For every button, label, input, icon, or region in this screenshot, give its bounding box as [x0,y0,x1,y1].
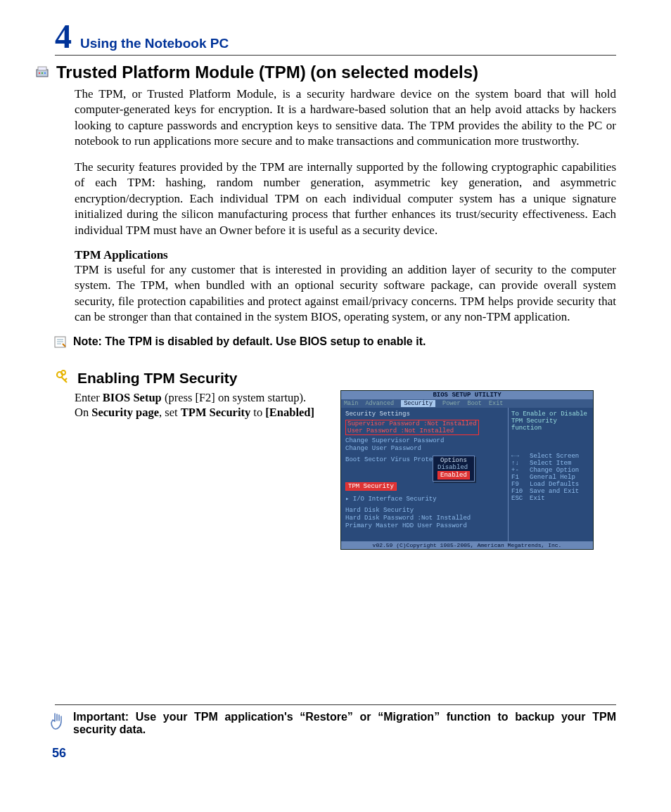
bios-tpm-security: TPM Security [345,482,397,491]
bios-row: ▸ I/O Interface Security [345,495,504,503]
bios-row: Boot Sector Virus Protection [345,456,504,463]
tpm-icon [35,65,51,79]
bios-title: BIOS SETUP UTILITY [341,391,593,399]
bios-row: Change User Password [345,445,504,452]
svg-point-3 [41,72,43,74]
tpm-applications-heading: TPM Applications [75,248,616,262]
important-text: Important: Use your TPM application's “R… [73,711,616,736]
section-title: Trusted Platform Module (TPM) (on select… [56,63,478,82]
svg-rect-1 [38,67,46,70]
bios-row: Hard Disk Security [345,507,504,514]
chapter-header: 4 Using the Notebook PC [55,20,616,56]
bios-footer: v02.59 (C)Copyright 1985-2005, American … [341,541,593,549]
keys-icon [55,369,72,387]
page-number: 56 [52,746,616,761]
bios-tab: Power [442,400,461,407]
bios-tab: Main [344,400,358,407]
bios-option-enabled: Enabled [437,471,470,479]
bios-options-popup: Options Disabled Enabled [433,456,475,482]
bios-supervisor-row: Supervisor Password :Not Installed User … [345,420,479,435]
enabling-instructions: Enter BIOS Setup (press [F2] on system s… [75,390,328,420]
bios-tab-active: Security [401,400,435,407]
note-icon [53,335,68,352]
bios-settings-header: Security Settings [345,411,504,418]
bios-screenshot: BIOS SETUP UTILITY Main Advanced Securit… [340,390,594,550]
hand-icon [48,711,66,735]
bios-row: Change Supervisor Password [345,437,504,444]
bios-tab: Boot [468,400,482,407]
chapter-number: 4 [55,20,72,53]
bios-key-legend: ←→Select Screen ↑↓Select Item +-Change O… [511,453,590,502]
enabling-heading: Enabling TPM Security [77,370,238,387]
paragraph-3: TPM is useful for any customer that is i… [75,262,616,326]
svg-point-2 [39,72,40,74]
chapter-title: Using the Notebook PC [80,36,229,51]
bios-help-text: To Enable or Disable TPM Security functi… [511,411,590,432]
paragraph-2: The security features provided by the TP… [75,160,616,238]
divider [55,704,616,705]
bios-tab: Exit [489,400,503,407]
svg-point-4 [44,72,46,74]
bios-row: Hard Disk Password :Not Installed [345,515,504,522]
paragraph-1: The TPM, or Trusted Platform Module, is … [75,86,616,150]
bios-row: Primary Master HDD User Password [345,522,504,529]
bios-tabs: Main Advanced Security Power Boot Exit [341,399,593,408]
note-text: Note: The TPM is disabled by default. Us… [73,335,426,348]
bios-tab: Advanced [365,400,394,407]
